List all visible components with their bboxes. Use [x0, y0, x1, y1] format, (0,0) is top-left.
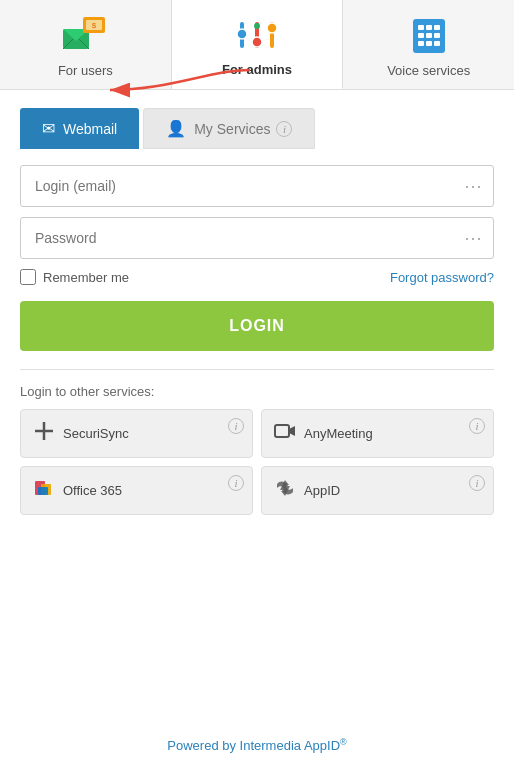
office365-info-icon[interactable]: i [228, 475, 244, 491]
svg-rect-27 [275, 425, 289, 437]
svg-point-10 [252, 37, 262, 47]
securisync-label: SecuriSync [63, 426, 129, 441]
tab-for-admins[interactable]: For admins [172, 0, 344, 89]
login-input-wrapper: ⋯ [20, 165, 494, 207]
securisync-icon [33, 420, 55, 447]
tab-for-users[interactable]: $ For users [0, 0, 172, 89]
password-input-wrapper: ⋯ [20, 217, 494, 259]
admins-icon [233, 14, 281, 56]
form-area: ⋯ ⋯ Remember me Forgot password? LOGIN [0, 149, 514, 369]
anymeeting-icon [274, 420, 296, 447]
securisync-info-icon[interactable]: i [228, 418, 244, 434]
sub-tab-webmail-label: Webmail [63, 121, 117, 137]
office365-icon [33, 477, 55, 504]
other-services-label: Login to other services: [20, 384, 494, 399]
sub-tab-my-services[interactable]: 👤 My Services i [143, 108, 315, 149]
anymeeting-info-icon[interactable]: i [469, 418, 485, 434]
main-card: $ For users [0, 0, 514, 769]
svg-rect-23 [434, 41, 440, 46]
svg-rect-15 [418, 25, 424, 30]
svg-point-8 [237, 29, 247, 39]
login-input-icon[interactable]: ⋯ [464, 175, 482, 197]
tab-for-admins-label: For admins [222, 62, 292, 77]
main-tabs: $ For users [0, 0, 514, 90]
my-services-info-icon[interactable]: i [276, 121, 292, 137]
sub-tab-webmail[interactable]: ✉ Webmail [20, 108, 139, 149]
password-input[interactable] [20, 217, 494, 259]
service-office365[interactable]: Office 365 i [20, 466, 253, 515]
appid-info-icon[interactable]: i [469, 475, 485, 491]
appid-icon [274, 477, 296, 504]
sub-tabs: ✉ Webmail 👤 My Services i [20, 108, 494, 149]
remember-row: Remember me Forgot password? [20, 269, 494, 285]
webmail-icon: ✉ [42, 119, 55, 138]
remember-left: Remember me [20, 269, 129, 285]
svg-point-12 [267, 23, 277, 33]
forgot-password-link[interactable]: Forgot password? [390, 270, 494, 285]
svg-rect-19 [426, 33, 432, 38]
tab-voice-services[interactable]: Voice services [343, 0, 514, 89]
other-services: Login to other services: SecuriSync i [0, 370, 514, 515]
password-input-icon[interactable]: ⋯ [464, 227, 482, 249]
service-securisync[interactable]: SecuriSync i [20, 409, 253, 458]
service-appid[interactable]: AppID i [261, 466, 494, 515]
svg-rect-18 [418, 33, 424, 38]
tabs-container: $ For users [0, 0, 514, 90]
svg-rect-21 [418, 41, 424, 46]
footer: Powered by Intermedia AppID® [0, 721, 514, 769]
remember-me-label: Remember me [43, 270, 129, 285]
tab-voice-services-label: Voice services [387, 63, 470, 78]
services-grid: SecuriSync i AnyMeeting i [20, 409, 494, 515]
footer-superscript: ® [340, 737, 347, 747]
users-icon: $ [61, 15, 109, 57]
remember-me-checkbox[interactable] [20, 269, 36, 285]
service-anymeeting[interactable]: AnyMeeting i [261, 409, 494, 458]
svg-rect-22 [426, 41, 432, 46]
login-input[interactable] [20, 165, 494, 207]
appid-label: AppID [304, 483, 340, 498]
svg-rect-16 [426, 25, 432, 30]
login-button[interactable]: LOGIN [20, 301, 494, 351]
anymeeting-label: AnyMeeting [304, 426, 373, 441]
my-services-icon: 👤 [166, 119, 186, 138]
svg-rect-17 [434, 25, 440, 30]
sub-tab-my-services-label: My Services [194, 121, 270, 137]
voice-icon [405, 15, 453, 57]
svg-rect-31 [38, 487, 48, 495]
svg-point-13 [254, 23, 260, 29]
tab-for-users-label: For users [58, 63, 113, 78]
svg-text:$: $ [92, 21, 97, 30]
svg-rect-20 [434, 33, 440, 38]
office365-label: Office 365 [63, 483, 122, 498]
footer-text[interactable]: Powered by Intermedia AppID [167, 738, 340, 753]
